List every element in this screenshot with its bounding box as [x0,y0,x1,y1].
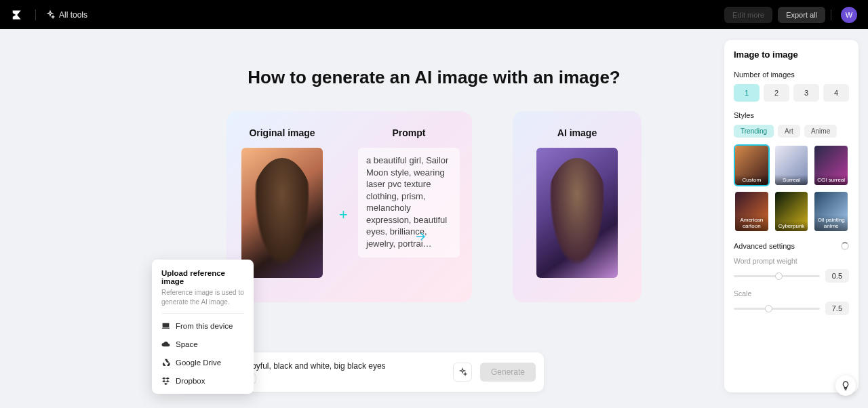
upload-popover: Upload reference image Reference image i… [152,260,254,394]
num-option-4[interactable]: 4 [823,84,849,102]
num-option-3[interactable]: 3 [793,84,819,102]
settings-panel: Image to image Number of images 1 2 3 4 … [724,40,859,392]
divider [831,9,831,20]
style-grid: Custom Surreal CGI surreal American cart… [734,144,849,232]
scale-label: Scale [734,289,849,298]
sample-prompt-text: a beautiful girl, Sailor Moon style, wea… [358,148,460,258]
style-filter-art[interactable]: Art [778,125,800,138]
svg-rect-0 [163,323,170,328]
style-cgi-surreal[interactable]: CGI surreal [813,144,849,186]
word-weight-row: Word prompt weight 0.5 [734,257,849,283]
upload-from-device[interactable]: From this device [161,317,244,335]
enhance-prompt-button[interactable] [453,363,472,382]
style-custom[interactable]: Custom [734,144,770,186]
all-tools-label: All tools [59,10,87,20]
scale-slider[interactable] [734,308,820,310]
upload-from-gdrive[interactable]: Google Drive [161,353,244,371]
dropbox-icon [161,376,170,385]
prompt-bar-text-col[interactable]: puppy, joyful, black and white, big blac… [224,361,445,384]
upload-from-dropbox-label: Dropbox [176,377,205,385]
original-label: Original image [241,127,323,138]
original-image-placeholder [241,148,323,278]
word-weight-slider[interactable] [734,275,820,277]
num-option-2[interactable]: 2 [764,84,789,102]
prompt-input[interactable]: puppy, joyful, black and white, big blac… [224,361,445,371]
prompt-col: Prompt a beautiful girl, Sailor Moon sty… [358,127,460,258]
plus-icon: + [339,206,348,224]
popover-subtitle: Reference image is used to generate the … [161,288,244,306]
upload-from-space[interactable]: Space [161,335,244,353]
styles-label: Styles [734,111,849,119]
loading-spinner-icon [841,242,849,250]
avatar[interactable]: W [841,7,857,23]
cloud-icon [161,340,170,348]
upload-from-gdrive-label: Google Drive [176,359,221,367]
panel-title: Image to image [734,49,849,60]
divider [35,9,36,20]
header-left: All tools [11,7,87,22]
advanced-row: Advanced settings [734,242,849,250]
word-weight-label: Word prompt weight [734,257,849,265]
style-filter-anime[interactable]: Anime [804,125,837,138]
generate-button: Generate [480,363,536,382]
device-icon [161,321,170,330]
style-cyberpunk[interactable]: Cyberpunk [774,190,810,232]
sparkle-icon [458,367,467,377]
style-filter-row: Trending Art Anime [734,125,849,138]
help-fab[interactable] [835,375,856,396]
lightbulb-icon [840,380,851,391]
arrow-right-icon [414,230,427,247]
app-header: All tools Edit more Export all W [0,0,868,29]
all-tools-button[interactable]: All tools [45,10,87,20]
divider [161,313,244,314]
capcut-logo-icon[interactable] [11,7,26,22]
scale-value[interactable]: 7.5 [825,302,849,315]
svg-rect-1 [162,328,170,329]
style-surreal[interactable]: Surreal [774,144,810,186]
prompt-label: Prompt [358,127,460,138]
num-option-1[interactable]: 1 [734,84,760,102]
num-images-row: 1 2 3 4 [734,84,849,102]
edit-more-button: Edit more [724,7,772,23]
popover-title: Upload reference image [161,269,244,285]
style-oil-painting-anime[interactable]: Oil painting anime [813,190,849,232]
hero-card-right: AI image [513,111,642,302]
main-area: How to generate an AI image with an imag… [0,29,868,408]
ai-image-placeholder [536,148,618,278]
word-weight-value[interactable]: 0.5 [825,269,849,283]
sparkle-icon [45,10,55,20]
num-images-label: Number of images [734,70,849,79]
ai-label: AI image [557,127,597,138]
advanced-label: Advanced settings [734,242,795,250]
export-all-button[interactable]: Export all [778,7,825,23]
gdrive-icon [161,358,170,367]
original-col: Original image [241,127,323,278]
upload-from-dropbox[interactable]: Dropbox [161,371,244,390]
upload-from-space-label: Space [176,340,198,348]
upload-from-device-label: From this device [176,322,233,330]
hero-card-left: Original image Prompt a beautiful girl, … [226,111,472,302]
header-right: Edit more Export all W [724,7,857,23]
style-american-cartoon[interactable]: American cartoon [734,190,770,232]
style-filter-trending[interactable]: Trending [734,125,774,138]
scale-row: Scale 7.5 [734,289,849,315]
